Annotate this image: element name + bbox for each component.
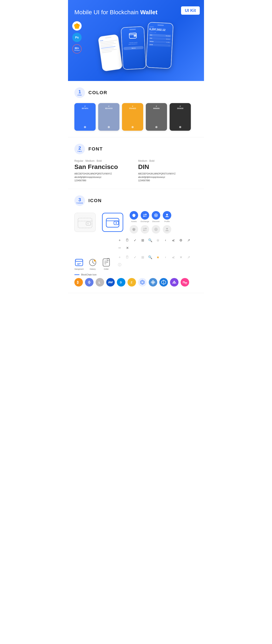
close-icon: ✕ [125,246,130,250]
svg-rect-6 [129,33,136,35]
sketch-icon [74,23,80,29]
bitcoin-svg: ₿ [76,280,81,285]
share-icon: ⋞ [171,238,176,242]
small-icons-group: ＋ 🗒 ✓ ⊞ 🔍 ☆ ‹ ⋞ ⚙ ↗ ↔ ✕ ＋ 🗒 ✓ ⊞ 🔍 ★ ‹ [117,238,198,270]
svg-point-9 [87,223,88,224]
crypto-polygon [138,278,146,286]
color-swatches: #3574FA #8DA0C8 #F5A623 #666666 #303030 [74,103,198,131]
svg-text:₿: ₿ [77,280,78,284]
small-icons-row1: ＋ 🗒 ✓ ⊞ 🔍 ☆ ‹ ⋞ ⚙ ↗ ↔ ✕ [117,238,198,250]
star-orange-icon: ★ [156,255,160,260]
icon-discover: Discover [152,211,160,222]
upload-gray-icon: ↗ [186,255,191,260]
crypto-zcash: Z [128,278,136,286]
grid-gray-icon: ⊞ [140,255,145,260]
back-icon: ‹ [163,238,168,242]
icon-history: History [88,258,97,270]
wallet-blue-svg [106,216,120,228]
wallet-construction-svg [78,216,92,229]
polygon-svg [140,280,145,285]
check-icon: ✓ [132,238,137,242]
dash-svg: D [119,280,124,284]
section-3-badge: 3 THREE [74,195,85,206]
info-gray-icon: ⓘ [117,262,122,267]
crypto-matic [170,278,178,286]
assets-gray-icon [132,228,136,231]
search-icon: 🔍 [148,238,152,242]
kyber-svg [161,280,166,285]
section-1-badge: 1 ONE [74,87,85,98]
zcash-svg: Z [130,280,134,284]
hero-phones: Profile [74,18,198,68]
discover-gray-icon [154,228,158,231]
management-svg [74,258,84,267]
crypto-bitcoin: ₿ [74,278,83,286]
icon-order: Order [102,258,111,270]
wallet-icon-blue [102,213,123,232]
plus-gray-icon: ＋ [117,255,122,260]
color-swatch-gray: #666666 [146,103,167,131]
order-svg [102,258,111,267]
icon-assets-gray [130,225,138,234]
ui-kit-badge: UI Kit [181,6,200,15]
history-svg [88,258,97,267]
ethereum-svg [87,280,92,285]
blockchain-label-row: BlockChain Icon [74,274,198,276]
exchange-icon [143,214,147,217]
ocean-svg [182,280,188,284]
matic-svg [172,280,177,284]
sketch-badge [72,21,82,30]
crypto-waves [106,278,115,286]
settings-icon: ⚙ [178,238,183,242]
color-swatch-blue: #3574FA [74,103,96,131]
nav-circles-row2 [130,225,171,234]
color-swatch-orange: #F5A623 [122,103,143,131]
svg-marker-46 [141,281,144,284]
hero-section: Mobile UI for Blockchain Wallet UI Kit P… [68,0,204,81]
profile-icon [165,213,169,218]
exchange-gray-icon [143,228,147,231]
svg-point-33 [94,260,96,262]
svg-text:D: D [120,281,122,284]
phone-1: Profile [98,34,122,72]
svg-marker-18 [132,214,136,217]
assets-icon [132,213,136,218]
svg-point-25 [166,228,168,230]
nav-circle-icons-group: Assets Exchange [130,211,171,234]
share-gray-icon: ⋞ [171,255,176,260]
svg-point-20 [155,215,156,216]
color-section-header: 1 ONE COLOR [74,87,198,98]
clipboard-icon: 🗒 [125,238,130,242]
crypto-status [149,278,157,286]
screens-badge: 60+ Screens [72,44,82,54]
status-svg [150,280,156,285]
profile-gray-icon [165,228,169,231]
blockchain-line-decoration [74,274,80,275]
wallet-icon-construction [74,213,96,232]
hero-title: Mobile UI for Blockchain Wallet [74,8,198,16]
svg-text:Ł: Ł [98,281,100,284]
swap-icon: ↔ [117,246,122,250]
color-swatch-gray-blue: #8DA0C8 [98,103,120,131]
icon-discover-gray [152,225,160,234]
close-gray-icon: ✕ [178,255,183,260]
icon-exchange-gray [141,225,149,234]
font-din: Medium · Bold DIN ABCDEFGHIJKLMNOPQRSTUV… [138,160,198,182]
svg-marker-40 [88,280,91,283]
svg-rect-27 [75,259,83,262]
icon-section-header: 3 THREE ICON [74,195,198,206]
clipboard-gray-icon: 🗒 [125,255,130,260]
star-icon: ☆ [156,238,160,242]
svg-rect-5 [134,35,136,37]
icon-section: 3 THREE ICON [68,189,204,293]
svg-marker-48 [152,281,154,283]
color-section: 1 ONE COLOR #3574FA #8DA0C8 #F5A623 #666… [68,81,204,137]
wallet-icon-hero [129,32,137,39]
svg-point-21 [166,214,168,216]
icon-management: Mangment [74,258,84,270]
grid-icon: ⊞ [140,238,145,242]
phone-2: Character may begood moments, to... Sign… [121,26,146,70]
svg-marker-45 [140,280,144,284]
svg-marker-22 [132,228,136,231]
nav-circles-row1: Assets Exchange [130,211,171,222]
